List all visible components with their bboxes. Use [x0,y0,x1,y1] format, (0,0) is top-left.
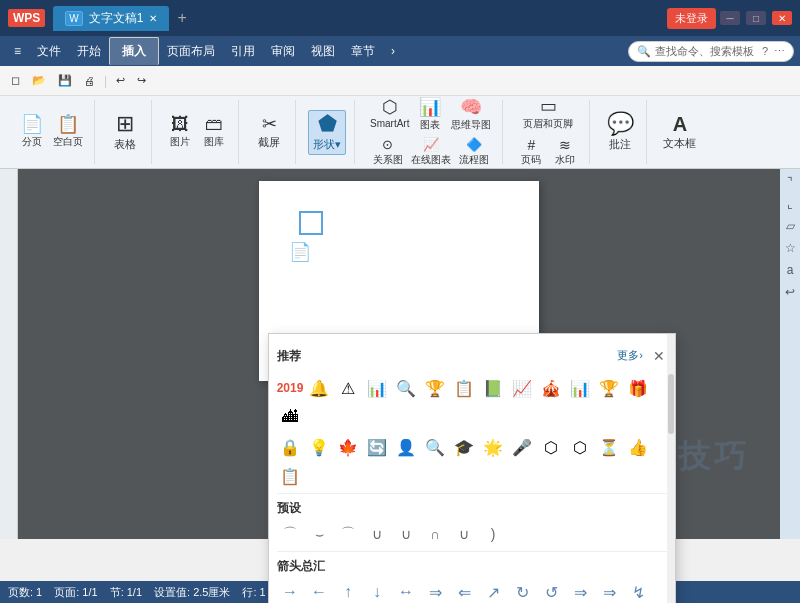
ribbon-btn-table[interactable]: ⊞ 表格 [107,111,143,154]
shape-bell[interactable]: 🔔 [306,375,332,401]
preset-u[interactable]: ∪ [364,521,390,547]
shape-chart1[interactable]: 📊 [364,375,390,401]
arrow-dbl-l[interactable]: ⇐ [451,579,477,603]
login-button[interactable]: 未登录 [667,8,716,29]
toolbar-undo[interactable]: ↩ [111,71,130,90]
shape-linechart[interactable]: 📈 [509,375,535,401]
dropdown-scrollbar[interactable] [667,334,675,603]
shape-grad[interactable]: 🎓 [451,434,477,460]
dropdown-close-btn[interactable]: ✕ [651,346,667,366]
sidebar-right-btn-3[interactable]: ▱ [784,217,797,235]
ribbon-btn-comment[interactable]: 💬 批注 [602,111,638,154]
shape-person[interactable]: 👤 [393,434,419,460]
ribbon-btn-screenshot[interactable]: ✂ 截屏 [251,113,287,152]
shape-hourglass[interactable]: ⏳ [596,434,622,460]
ribbon-btn-picture[interactable]: 🖼 图片 [164,113,196,151]
tab-close-btn[interactable]: ✕ [149,13,157,24]
ribbon-btn-mindmap[interactable]: 🧠 思维导图 [448,96,494,134]
toolbar-open[interactable]: 📂 [27,71,51,90]
shape-pie[interactable]: 🎪 [538,375,564,401]
shape-city[interactable]: 🏙 [277,404,303,430]
menu-file[interactable]: 文件 [29,39,69,64]
preset-bracket[interactable]: ∪ [451,521,477,547]
sidebar-right-btn-2[interactable]: ⌞ [785,195,795,213]
shape-gift[interactable]: 🎁 [625,375,651,401]
scroll-thumb[interactable] [668,374,674,434]
arrow-dbl-r[interactable]: ⇒ [422,579,448,603]
menu-references[interactable]: 引用 [223,39,263,64]
arrow-merge[interactable]: ⇒ [596,579,622,603]
menu-more[interactable]: › [383,40,403,62]
shape-year-2019[interactable]: 2019 [277,375,303,401]
toolbar-redo[interactable]: ↪ [132,71,151,90]
shape-leaf[interactable]: 🍁 [335,434,361,460]
shape-trophy[interactable]: 🏆 [422,375,448,401]
shape-bulb[interactable]: 💡 [306,434,332,460]
shape-book[interactable]: 📗 [480,375,506,401]
menu-hamburger[interactable]: ≡ [6,40,29,62]
shape-magnify[interactable]: 🔍 [422,434,448,460]
ribbon-btn-online-chart[interactable]: 📈 在线图表 [408,136,454,169]
new-tab-btn[interactable]: + [177,9,186,27]
arrow-bent[interactable]: ↗ [480,579,506,603]
toolbar-save[interactable]: 💾 [53,71,77,90]
arrow-s1[interactable]: ↯ [625,579,651,603]
sidebar-right-btn-6[interactable]: ↩ [783,283,797,301]
menu-chapter[interactable]: 章节 [343,39,383,64]
dropdown-more-btn[interactable]: 更多› [617,348,643,363]
arrow-curve2[interactable]: ↺ [538,579,564,603]
toolbar-new[interactable]: ◻ [6,71,25,90]
preset-arc[interactable]: ⌒ [335,521,361,547]
menu-review[interactable]: 审阅 [263,39,303,64]
menu-home[interactable]: 开始 [69,39,109,64]
sidebar-right-btn-4[interactable]: ☆ [783,239,798,257]
document-tab[interactable]: W 文字文稿1 ✕ [53,6,169,31]
shape-bar[interactable]: 📊 [567,375,593,401]
maximize-button[interactable]: □ [746,11,766,25]
ribbon-btn-relation[interactable]: ⊙ 关系图 [370,136,406,169]
shape-trophy2[interactable]: 🏆 [596,375,622,401]
ribbon-btn-blank-page[interactable]: 📋 空白页 [50,113,86,151]
preset-cap[interactable]: ∩ [422,521,448,547]
menu-view[interactable]: 视图 [303,39,343,64]
shape-thumb[interactable]: 👍 [625,434,651,460]
close-button[interactable]: ✕ [772,11,792,25]
shape-lock[interactable]: 🔒 [277,434,303,460]
ribbon-btn-chart[interactable]: 📊 图表 [414,96,446,134]
ribbon-btn-textbox[interactable]: A 文本框 [659,112,700,153]
shape-hex2[interactable]: ⬡ [567,434,593,460]
arrow-up[interactable]: ↑ [335,579,361,603]
preset-u2[interactable]: ∪ [393,521,419,547]
shape-mic[interactable]: 🎤 [509,434,535,460]
arrow-left[interactable]: ← [306,579,332,603]
ribbon-btn-page-break[interactable]: 📄 分页 [16,113,48,151]
ribbon-btn-watermark[interactable]: ≋ 水印 [549,135,581,169]
arrow-lr[interactable]: ↔ [393,579,419,603]
shape-warning[interactable]: ⚠ [335,375,361,401]
arrow-fork[interactable]: ⇒ [567,579,593,603]
shape-rotate[interactable]: 🔄 [364,434,390,460]
ribbon-btn-gallery[interactable]: 🗃 图库 [198,113,230,151]
sidebar-right-btn-1[interactable]: ⌝ [785,173,795,191]
search-bar[interactable]: 🔍 查找命令、搜索模板 ? ⋯ [628,41,794,62]
preset-paren[interactable]: ) [480,521,506,547]
menu-insert[interactable]: 插入 [109,37,159,65]
sidebar-right-btn-5[interactable]: a [785,261,796,279]
shape-hex1[interactable]: ⬡ [538,434,564,460]
arrow-down[interactable]: ↓ [364,579,390,603]
arrow-curve[interactable]: ↻ [509,579,535,603]
shape-search[interactable]: 🔍 [393,375,419,401]
shape-star2[interactable]: 🌟 [480,434,506,460]
toolbar-print[interactable]: 🖨 [79,72,100,90]
shape-note[interactable]: 📋 [451,375,477,401]
shape-doc2[interactable]: 📋 [277,463,303,489]
minimize-button[interactable]: ─ [720,11,740,25]
arrow-right[interactable]: → [277,579,303,603]
menu-layout[interactable]: 页面布局 [159,39,223,64]
ribbon-btn-smartart[interactable]: ⬡ SmartArt [367,96,412,134]
ribbon-btn-shapes[interactable]: ⬟ 形状▾ [308,110,346,155]
ribbon-btn-flowchart[interactable]: 🔷 流程图 [456,136,492,169]
ribbon-btn-page-num[interactable]: # 页码 [515,135,547,169]
ribbon-btn-header-footer[interactable]: ▭ 页眉和页脚 [520,95,576,133]
preset-line[interactable]: ⌒ [277,521,303,547]
